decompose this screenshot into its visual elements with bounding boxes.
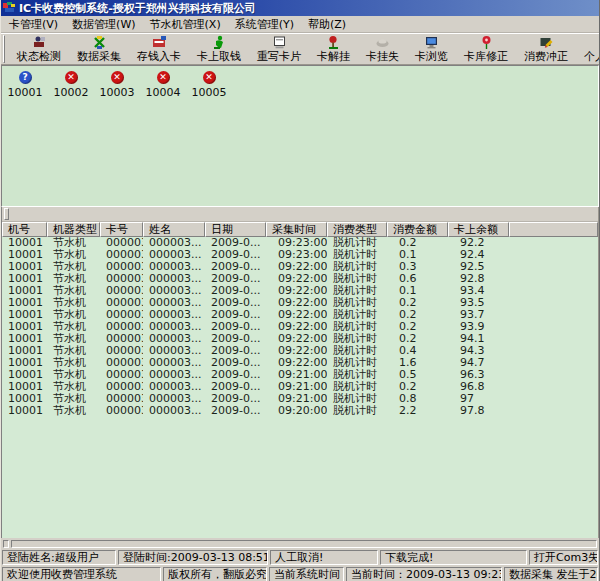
table-cell: 2009-0... [205, 369, 266, 381]
table-row[interactable]: 10001节水机000003000003...2009-0...09:22:00… [2, 321, 598, 333]
app-window: IC卡收费控制系统-授权于郑州兴邦科技有限公司 卡管理(V)数据管理(W)节水机… [0, 0, 600, 581]
app-logo-icon [3, 2, 16, 15]
toolbar-button-label: 卡挂失 [366, 50, 399, 63]
table-cell: 脱机计时 [327, 405, 387, 417]
table-row[interactable]: 10001节水机000003000003...2009-0...09:22:00… [2, 309, 598, 321]
table-row[interactable]: 10001节水机000003000003...2009-0...09:23:00… [2, 237, 598, 249]
table-cell: 2.2 [387, 405, 448, 417]
toolbar-button-5[interactable]: 重写卡片 [249, 34, 309, 64]
table-cell: 09:23:00 [266, 249, 327, 261]
column-header-5[interactable]: 日期 [205, 222, 266, 237]
toolbar-button-8[interactable]: 卡浏览 [407, 34, 456, 64]
table-cell: 节水机 [47, 249, 100, 261]
table-row[interactable]: 10001节水机000003000003...2009-0...09:21:00… [2, 393, 598, 405]
toolbar-button-9[interactable]: 卡库修正 [456, 34, 516, 64]
table-row[interactable]: 10001节水机000003000003...2009-0...09:22:00… [2, 357, 598, 369]
toolbar-button-11[interactable]: 个人帐户明细 [576, 34, 600, 64]
column-header-2[interactable]: 机器类型 [47, 222, 100, 237]
table-cell: 2009-0... [205, 381, 266, 393]
menu-bar: 卡管理(V)数据管理(W)节水机管理(X)系统管理(Y)帮助(Z) [1, 16, 599, 33]
toolbar-button-10[interactable]: 消费冲正 [516, 34, 576, 64]
table-cell: 脱机计时 [327, 321, 387, 333]
menu-item-2[interactable]: 数据管理(W) [65, 16, 142, 33]
table-cell: 2009-0... [205, 333, 266, 345]
column-header-4[interactable]: 姓名 [143, 222, 205, 237]
toolbar-button-7[interactable]: 卡挂失 [358, 34, 407, 64]
toolbar-drag-handle[interactable] [3, 35, 5, 63]
table-cell: 09:22:00 [266, 333, 327, 345]
menu-item-3[interactable]: 节水机管理(X) [143, 16, 228, 33]
table-cell: 10001 [2, 393, 47, 405]
table-cell: 93.9 [448, 321, 509, 333]
table-cell: 节水机 [47, 297, 100, 309]
toolbar-button-1[interactable]: 状态检测 [9, 34, 69, 64]
table-cell: 2009-0... [205, 261, 266, 273]
table-row[interactable]: 10001节水机000003000003...2009-0...09:22:00… [2, 261, 598, 273]
column-header-6[interactable]: 采集时间 [266, 222, 327, 237]
table-cell: 000003 [100, 297, 143, 309]
table-cell: 2009-0... [205, 345, 266, 357]
table-row[interactable]: 10001节水机000003000003...2009-0...09:22:00… [2, 273, 598, 285]
menu-item-4[interactable]: 系统管理(Y) [228, 16, 301, 33]
table-cell: 0.2 [387, 321, 448, 333]
table-cell: 2009-0... [205, 297, 266, 309]
table-cell: 10001 [2, 297, 47, 309]
table-cell: 10001 [2, 369, 47, 381]
column-header-9[interactable]: 卡上余额 [448, 222, 509, 237]
table-cell: 脱机计时 [327, 261, 387, 273]
deposit-card-icon [152, 35, 167, 50]
table-cell: 000003... [143, 393, 205, 405]
table-cell: 脱机计时 [327, 381, 387, 393]
table-row[interactable]: 10001节水机000003000003...2009-0...09:21:00… [2, 381, 598, 393]
toolbar-button-4[interactable]: 卡上取钱 [189, 34, 249, 64]
table-cell: 节水机 [47, 237, 100, 249]
column-header-3[interactable]: 卡号 [100, 222, 143, 237]
table-row[interactable]: 10001节水机000003000003...2009-0...09:22:00… [2, 285, 598, 297]
column-header-7[interactable]: 消费类型 [327, 222, 387, 237]
table-cell: 000003 [100, 381, 143, 393]
table-cell: 09:22:00 [266, 273, 327, 285]
table-cell: 000003 [100, 249, 143, 261]
progress-strip-segment [3, 540, 9, 548]
table-cell: 000003 [100, 261, 143, 273]
table-row[interactable]: 10001节水机000003000003...2009-0...09:20:00… [2, 405, 598, 417]
table-cell: 0.8 [387, 393, 448, 405]
toolbar-button-6[interactable]: 卡解挂 [309, 34, 358, 64]
table-cell: 脱机计时 [327, 237, 387, 249]
machine-item-10004[interactable]: ✕10004 [140, 71, 186, 99]
toolbar-button-label: 存钱入卡 [137, 50, 181, 63]
table-cell: 000003... [143, 357, 205, 369]
menu-item-5[interactable]: 帮助(Z) [301, 16, 353, 33]
table-strip-handle[interactable] [4, 208, 9, 220]
table-header-row: 机号机器类型卡号姓名日期采集时间消费类型消费金额卡上余额 [2, 222, 598, 237]
column-header-8[interactable]: 消费金额 [387, 222, 448, 237]
table-cell: 节水机 [47, 345, 100, 357]
table-cell: 2009-0... [205, 273, 266, 285]
table-row[interactable]: 10001节水机000003000003...2009-0...09:22:00… [2, 345, 598, 357]
table-cell: 09:21:00 [266, 381, 327, 393]
toolbar-button-2[interactable]: 数据采集 [69, 34, 129, 64]
status-panel-row1-4: 下载完成! [380, 550, 527, 565]
toolbar-button-3[interactable]: 存钱入卡 [129, 34, 189, 64]
table-row[interactable]: 10001节水机000003000003...2009-0...09:23:00… [2, 249, 598, 261]
machine-item-10003[interactable]: ✕10003 [94, 71, 140, 99]
machine-id-label: 10002 [54, 86, 89, 99]
machine-item-10001[interactable]: ?10001 [2, 71, 48, 99]
menu-item-1[interactable]: 卡管理(V) [2, 16, 65, 33]
table-cell: 96.8 [448, 381, 509, 393]
machine-offline-icon: ✕ [65, 71, 78, 84]
table-cell: 09:22:00 [266, 309, 327, 321]
column-header-1[interactable]: 机号 [2, 222, 47, 237]
table-row[interactable]: 10001节水机000003000003...2009-0...09:22:00… [2, 333, 598, 345]
machine-item-10005[interactable]: ✕10005 [186, 71, 232, 99]
table-cell: 2009-0... [205, 321, 266, 333]
table-row[interactable]: 10001节水机000003000003...2009-0...09:21:00… [2, 369, 598, 381]
table-cell: 92.8 [448, 273, 509, 285]
table-cell: 93.4 [448, 285, 509, 297]
table-cell: 000003... [143, 381, 205, 393]
table-cell: 节水机 [47, 393, 100, 405]
machine-item-10002[interactable]: ✕10002 [48, 71, 94, 99]
withdraw-card-icon [212, 35, 227, 50]
table-cell: 09:22:00 [266, 345, 327, 357]
table-row[interactable]: 10001节水机000003000003...2009-0...09:22:00… [2, 297, 598, 309]
